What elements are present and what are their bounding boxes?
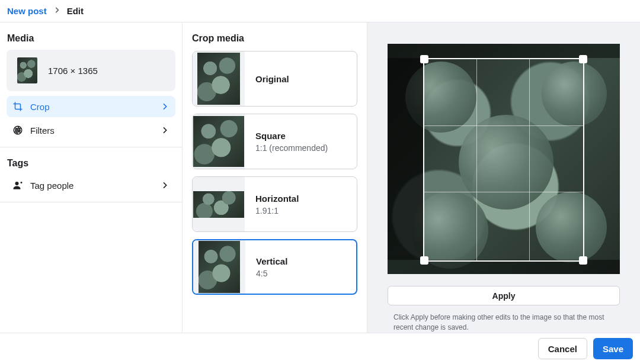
person-add-icon — [12, 180, 23, 191]
crop-option-label: Vertical — [256, 256, 287, 266]
sidebar-item-tag-people[interactable]: Tag people — [7, 175, 175, 196]
crop-handle-br[interactable] — [579, 256, 587, 265]
crop-canvas[interactable] — [388, 44, 620, 274]
chevron-right-icon — [160, 102, 169, 111]
aperture-icon — [12, 125, 23, 136]
media-thumbnail — [17, 57, 37, 83]
crop-option-ratio: 1.91:1 — [255, 206, 299, 215]
footer-bar: Cancel Save — [0, 333, 640, 364]
chevron-right-icon — [160, 125, 169, 135]
sidebar-item-label: Filters — [30, 125, 153, 136]
breadcrumb-current: Edit — [67, 6, 84, 16]
crop-thumb — [199, 241, 240, 293]
crop-heading: Crop media — [192, 33, 357, 51]
breadcrumb-parent-link[interactable]: New post — [7, 6, 47, 16]
crop-option-original[interactable]: Original — [192, 51, 357, 107]
crop-option-label: Horizontal — [255, 194, 299, 204]
crop-option-ratio: 4:5 — [256, 269, 287, 278]
svg-point-7 — [15, 182, 19, 185]
media-dimensions: 1706 × 1365 — [48, 66, 98, 76]
sidebar-item-label: Tag people — [30, 181, 153, 191]
cancel-button[interactable]: Cancel — [538, 338, 587, 359]
crop-handle-tl[interactable] — [420, 55, 428, 63]
divider — [0, 147, 182, 147]
apply-button[interactable]: Apply — [388, 286, 620, 306]
crop-thumb — [193, 116, 244, 167]
crop-icon — [12, 101, 23, 112]
sidebar-item-crop[interactable]: Crop — [7, 96, 175, 117]
media-thumbnail-card[interactable]: 1706 × 1365 — [7, 50, 175, 91]
crop-option-ratio: 1:1 (recommended) — [255, 143, 328, 153]
sidebar-item-label: Crop — [30, 102, 153, 112]
crop-handle-tr[interactable] — [579, 55, 587, 63]
crop-option-label: Original — [255, 74, 289, 84]
crop-thumb — [193, 191, 244, 218]
preview-panel: Apply Click Apply before making other ed… — [367, 22, 640, 333]
divider — [0, 202, 182, 202]
crop-selection[interactable] — [423, 58, 584, 262]
save-button[interactable]: Save — [593, 338, 633, 359]
crop-options-column: Crop media Original Square 1:1 (recommen… — [183, 22, 367, 333]
sidebar: Media 1706 × 1365 Crop Filters Tags — [0, 22, 183, 333]
crop-option-square[interactable]: Square 1:1 (recommended) — [192, 114, 357, 169]
sidebar-item-filters[interactable]: Filters — [7, 120, 175, 141]
chevron-right-icon — [53, 6, 61, 16]
tags-heading: Tags — [0, 158, 182, 175]
crop-thumb — [197, 53, 240, 105]
breadcrumb: New post Edit — [0, 0, 640, 22]
crop-option-label: Square — [255, 131, 328, 141]
crop-option-vertical[interactable]: Vertical 4:5 — [192, 239, 357, 295]
crop-option-horizontal[interactable]: Horizontal 1.91:1 — [192, 176, 357, 232]
chevron-right-icon — [160, 181, 169, 190]
media-heading: Media — [0, 33, 182, 50]
apply-hint: Click Apply before making other edits to… — [388, 313, 620, 333]
crop-handle-bl[interactable] — [420, 256, 428, 265]
